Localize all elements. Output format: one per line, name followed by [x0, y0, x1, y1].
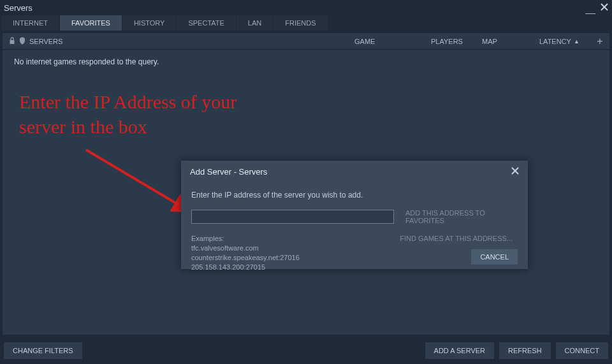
servers-window: Servers __ INTERNET FAVORITES HISTORY SP… [0, 0, 612, 364]
titlebar: Servers __ [0, 0, 612, 15]
ip-address-input[interactable] [191, 210, 394, 224]
minimize-icon[interactable]: __ [585, 6, 595, 12]
column-players[interactable]: PLAYERS [425, 38, 476, 45]
tab-spectate[interactable]: SPECTATE [177, 15, 235, 31]
add-server-dialog: Add Server - Servers Enter the IP addres… [181, 161, 528, 269]
shield-icon[interactable] [19, 37, 26, 46]
window-title: Servers [4, 3, 33, 13]
cancel-button[interactable]: CANCEL [471, 249, 518, 265]
svg-rect-2 [10, 40, 15, 44]
tab-history[interactable]: HISTORY [122, 15, 177, 31]
tabs-bar: INTERNET FAVORITES HISTORY SPECTATE LAN … [0, 15, 612, 31]
column-servers[interactable]: SERVERS [29, 38, 62, 45]
example-2: counterstrike.speakeasy.net:27016 [191, 253, 395, 263]
add-to-favorites-button[interactable]: ADD THIS ADDRESS TO FAVORITES [400, 206, 518, 228]
refresh-button[interactable]: REFRESH [499, 342, 551, 359]
tab-lan[interactable]: LAN [237, 15, 273, 31]
empty-list-message: No internet games responded to the query… [14, 57, 598, 66]
dialog-title: Add Server - Servers [190, 167, 267, 177]
close-icon[interactable] [601, 3, 608, 13]
example-1: tfc.valvesoftware.com [191, 244, 395, 253]
add-a-server-button[interactable]: ADD A SERVER [425, 342, 495, 359]
column-headers: SERVERS GAME PLAYERS MAP LATENCY ▲ + [3, 33, 609, 50]
tab-friends[interactable]: FRIENDS [273, 15, 327, 31]
change-filters-button[interactable]: CHANGE FILTERS [4, 342, 82, 359]
tab-favorites[interactable]: FAVORITES [60, 15, 122, 31]
connect-button[interactable]: CONNECT [556, 342, 608, 359]
column-latency-label: LATENCY [539, 38, 571, 45]
sort-ascending-icon: ▲ [574, 38, 579, 45]
examples-header: Examples: [191, 234, 395, 244]
bottom-bar: CHANGE FILTERS ADD A SERVER REFRESH CONN… [0, 337, 612, 364]
dialog-instruction: Enter the IP address of the server you w… [191, 191, 518, 200]
lock-icon[interactable] [9, 37, 15, 46]
column-game[interactable]: GAME [348, 38, 425, 45]
dialog-close-icon[interactable] [511, 167, 519, 177]
add-column-button[interactable]: + [590, 36, 609, 47]
dialog-body: Enter the IP address of the server you w… [181, 180, 528, 278]
find-games-button[interactable]: FIND GAMES AT THIS ADDRESS... [395, 231, 518, 245]
column-map[interactable]: MAP [476, 38, 533, 45]
example-3: 205.158.143.200:27015 [191, 263, 395, 272]
examples-block: Examples: tfc.valvesoftware.com counters… [191, 234, 395, 272]
column-latency[interactable]: LATENCY ▲ [533, 38, 590, 45]
tab-internet[interactable]: INTERNET [1, 15, 59, 31]
dialog-titlebar: Add Server - Servers [181, 161, 528, 180]
